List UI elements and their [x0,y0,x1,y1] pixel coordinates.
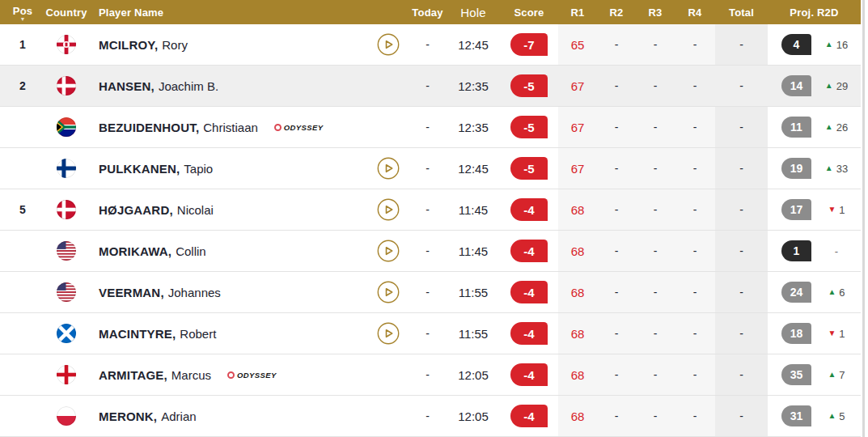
header-country: Country [45,0,87,24]
play-video-button[interactable] [377,33,400,56]
player-surname: MORIKAWA, [99,244,171,258]
r3-value: - [636,396,675,436]
r3-value: - [636,107,675,147]
r1-value: 68 [558,313,597,354]
movement-indicator: ▲ 7 [818,369,855,381]
flag-icon-usa [57,282,76,302]
movement-value: 5 [839,410,845,422]
position-value [0,396,45,436]
position-value [0,148,45,189]
score-badge: -5 [510,157,548,180]
golf-leaderboard: Pos ▼ Country Player Name Today Hole Sco… [0,0,868,437]
play-video-button[interactable] [377,281,400,303]
table-row[interactable]: MORIKAWA, Collin - 11:45 -4 68 - - - - 1… [0,231,861,272]
r4-value: - [675,354,715,395]
movement-indicator: ▲ 26 [818,121,855,134]
movement-value: 7 [839,369,845,381]
r4-value: - [675,66,715,106]
odyssey-logo: ODYSSEY [227,371,277,380]
table-header: Pos ▼ Country Player Name Today Hole Sco… [0,0,861,24]
r1-value: 65 [558,24,597,65]
table-row[interactable]: MACINTYRE, Robert - 11:55 -4 68 - - - - … [0,313,861,354]
player-surname: MCILROY, [99,38,158,52]
down-triangle-icon: ▼ [828,329,836,337]
player-firstname: Christiaan [203,121,258,134]
play-video-button[interactable] [377,157,400,180]
player-firstname: Adrian [161,409,196,423]
odyssey-ring-icon [274,124,282,131]
header-pos[interactable]: Pos ▼ [0,0,45,24]
movement-value: 6 [839,286,845,299]
proj-position-badge: 1 [781,240,811,261]
table-row[interactable]: 2 HANSEN, Joachim B. - 12:35 -5 67 - - -… [0,66,861,107]
hole-value: 12:45 [447,24,500,65]
hole-value: 12:35 [447,107,500,147]
position-value [0,313,45,354]
play-video-button[interactable] [377,240,400,262]
r1-value: 68 [558,189,597,230]
movement-indicator: ▲ 16 [818,39,855,51]
header-total: Total [715,0,768,24]
r2-value: - [597,189,636,230]
r1-value: 67 [558,107,597,147]
table-row[interactable]: MERONK, Adrian - 12:05 -4 68 - - - - 31 … [0,396,861,437]
table-row[interactable]: ARMITAGE, Marcus ODYSSEY - 12:05 -4 68 -… [0,354,861,396]
up-triangle-icon: ▲ [825,123,833,131]
table-row[interactable]: PULKKANEN, Tapio - 12:45 -5 67 - - - - 1… [0,148,861,189]
total-value: - [715,354,768,395]
today-value: - [409,396,447,436]
r1-value: 68 [558,396,597,436]
r2-value: - [597,24,636,65]
play-video-button[interactable] [377,198,400,221]
play-video-button[interactable] [377,322,400,345]
player-surname: HANSEN, [99,79,155,93]
r1-value: 68 [558,231,597,271]
movement-value: 33 [836,163,848,175]
position-value [0,107,45,147]
score-badge: -5 [510,74,548,97]
movement-indicator: ▲ 5 [818,410,855,422]
flag-icon-england [57,365,76,384]
header-today: Today [409,0,447,24]
player-surname: PULKKANEN, [99,162,180,176]
movement-indicator: ▼ 1 [818,204,855,216]
header-player-name: Player Name [87,0,368,24]
hole-value: 11:45 [447,231,500,271]
table-row[interactable]: BEZUIDENHOUT, Christiaan ODYSSEY - 12:35… [0,107,861,148]
header-spacer [368,0,409,24]
r4-value: - [675,148,715,189]
r4-value: - [675,313,715,354]
today-value: - [409,313,447,354]
movement-value: 26 [836,121,848,134]
table-row[interactable]: 1 MCILROY, Rory - 12:45 -7 65 - - - - 4 … [0,24,861,66]
table-row[interactable]: VEERMAN, Johannes - 11:55 -4 68 - - - - … [0,272,861,313]
player-surname: MACINTYRE, [99,327,176,341]
total-value: - [715,66,768,106]
header-score: Score [500,0,558,24]
hole-value: 11:45 [447,189,500,230]
proj-position-badge: 35 [781,364,811,385]
player-surname: BEZUIDENHOUT, [99,121,199,134]
hole-value: 12:35 [447,66,500,106]
position-value: 2 [0,66,45,106]
table-row[interactable]: 5 HØJGAARD, Nicolai - 11:45 -4 68 - - - … [0,189,861,231]
up-triangle-icon: ▲ [828,288,836,296]
r2-value: - [597,66,636,106]
header-proj-r2d: Proj. R2D [768,0,861,24]
player-firstname: Joachim B. [159,79,218,93]
r3-value: - [636,148,675,189]
score-badge: -4 [510,405,548,427]
scrollbar[interactable] [862,0,865,437]
movement-value: 16 [836,39,848,51]
player-firstname: Marcus [171,368,211,382]
movement-indicator: - [818,245,855,257]
odyssey-logo-text: ODYSSEY [237,371,277,380]
today-value: - [409,354,447,395]
r2-value: - [597,231,636,271]
r4-value: - [675,231,715,271]
position-value: 1 [0,24,45,65]
total-value: - [715,148,768,189]
r4-value: - [675,24,715,65]
r1-value: 67 [558,66,597,106]
flag-icon-finland [57,159,76,178]
